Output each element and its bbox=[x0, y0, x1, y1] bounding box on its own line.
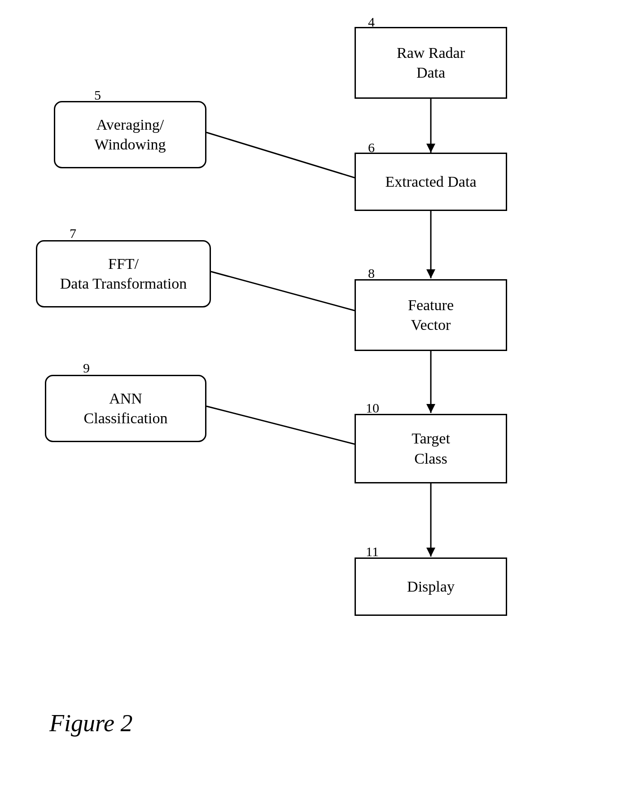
feature-vector-box: FeatureVector bbox=[355, 279, 507, 351]
node-label-9: 9 bbox=[83, 360, 90, 376]
diagram-container: 4 Raw RadarData 5 Averaging/Windowing 6 … bbox=[0, 0, 644, 812]
svg-line-8 bbox=[206, 406, 368, 448]
ann-box: ANNClassification bbox=[45, 375, 206, 442]
fft-label: FFT/Data Transformation bbox=[60, 254, 187, 294]
svg-marker-10 bbox=[426, 548, 435, 557]
node-label-8: 8 bbox=[368, 266, 375, 281]
averaging-windowing-box: Averaging/Windowing bbox=[54, 101, 206, 168]
fft-box: FFT/Data Transformation bbox=[36, 240, 211, 307]
node-label-11: 11 bbox=[366, 544, 379, 559]
averaging-windowing-label: Averaging/Windowing bbox=[94, 115, 166, 154]
svg-line-5 bbox=[211, 272, 368, 314]
raw-radar-data-box: Raw RadarData bbox=[355, 27, 507, 99]
feature-vector-label: FeatureVector bbox=[408, 295, 454, 335]
svg-marker-7 bbox=[426, 404, 435, 413]
node-label-5: 5 bbox=[94, 88, 101, 103]
node-label-10: 10 bbox=[366, 400, 379, 416]
target-class-label: TargetClass bbox=[412, 429, 450, 468]
target-class-box: TargetClass bbox=[355, 414, 507, 483]
display-label: Display bbox=[407, 577, 455, 597]
raw-radar-data-label: Raw RadarData bbox=[397, 43, 465, 83]
svg-marker-4 bbox=[426, 269, 435, 278]
node-label-7: 7 bbox=[70, 226, 76, 241]
svg-marker-1 bbox=[426, 144, 435, 153]
extracted-data-box: Extracted Data bbox=[355, 153, 507, 211]
extracted-data-label: Extracted Data bbox=[386, 172, 477, 192]
figure-caption: Figure 2 bbox=[49, 709, 132, 737]
ann-label: ANNClassification bbox=[84, 389, 168, 428]
svg-line-2 bbox=[206, 132, 368, 182]
display-box: Display bbox=[355, 557, 507, 616]
